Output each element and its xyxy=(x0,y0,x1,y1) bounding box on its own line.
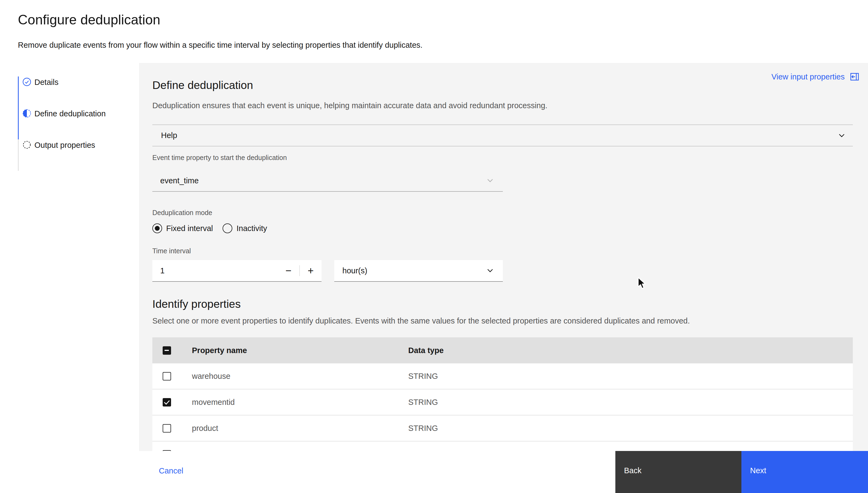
step-define-deduplication[interactable]: Define deduplication xyxy=(18,108,139,140)
page-title: Configure deduplication xyxy=(18,12,160,28)
column-header-data-type: Data type xyxy=(408,346,853,355)
row-checkbox[interactable] xyxy=(163,424,171,432)
cancel-button[interactable]: Cancel xyxy=(159,451,183,493)
event-time-label: Event time property to start the dedupli… xyxy=(152,154,853,162)
half-circle-icon xyxy=(22,109,31,118)
data-type-cell: STRING xyxy=(408,372,853,381)
view-input-properties-link[interactable]: View input properties xyxy=(772,72,859,82)
help-accordion[interactable]: Help xyxy=(152,125,853,146)
help-accordion-label: Help xyxy=(161,131,177,140)
time-unit-value: hour(s) xyxy=(342,266,367,275)
step-label: Define deduplication xyxy=(35,109,106,119)
radio-fixed-interval[interactable]: Fixed interval xyxy=(152,223,213,233)
wizard-footer: Cancel Back Next xyxy=(0,451,868,493)
event-time-dropdown[interactable]: event_time xyxy=(152,170,503,192)
open-panel-left-icon xyxy=(850,72,859,82)
step-output-properties[interactable]: Output properties xyxy=(18,140,139,171)
data-type-cell: STRING xyxy=(408,398,853,407)
table-row-partial xyxy=(152,442,853,451)
property-name-cell: product xyxy=(192,424,408,433)
event-time-value: event_time xyxy=(160,176,199,185)
deduplication-mode-label: Deduplication mode xyxy=(152,209,853,217)
property-name-cell: movementid xyxy=(192,398,408,407)
dashed-circle-icon xyxy=(22,141,31,149)
decrement-button[interactable]: − xyxy=(277,260,299,281)
section-title: Define deduplication xyxy=(152,79,853,91)
step-label: Details xyxy=(35,77,59,87)
table-row: warehouse STRING xyxy=(152,363,853,389)
row-checkbox[interactable] xyxy=(163,398,171,407)
radio-button-icon xyxy=(223,223,232,233)
time-interval-input[interactable]: 1 − + xyxy=(152,260,321,282)
time-interval-value[interactable]: 1 xyxy=(152,260,277,281)
page-header: Configure deduplication Remove duplicate… xyxy=(0,0,868,63)
configure-deduplication-page: Configure deduplication Remove duplicate… xyxy=(0,0,868,493)
identify-properties-title: Identify properties xyxy=(152,298,853,310)
property-name-cell: warehouse xyxy=(192,372,408,381)
deduplication-mode-group: Fixed interval Inactivity xyxy=(152,223,853,234)
table-row: movementid STRING xyxy=(152,389,853,415)
table-row: product STRING xyxy=(152,415,853,442)
identify-properties-description: Select one or more event properties to i… xyxy=(152,316,853,325)
progress-sidebar: Details Define deduplication Output prop… xyxy=(0,63,139,493)
chevron-down-icon xyxy=(487,267,494,274)
step-label: Output properties xyxy=(35,140,95,150)
data-type-cell: STRING xyxy=(408,424,853,433)
view-input-properties-label: View input properties xyxy=(772,72,845,81)
radio-inactivity[interactable]: Inactivity xyxy=(223,223,267,233)
page-subtitle: Remove duplicate events from your flow w… xyxy=(18,41,423,50)
radio-label: Inactivity xyxy=(237,224,267,233)
radio-label: Fixed interval xyxy=(166,224,213,233)
properties-table: Property name Data type warehouse STRING… xyxy=(152,337,853,451)
step-details[interactable]: Details xyxy=(18,77,139,108)
back-button[interactable]: Back xyxy=(615,451,741,493)
time-interval-row: 1 − + hour(s) xyxy=(152,260,853,282)
progress-steps: Details Define deduplication Output prop… xyxy=(18,77,139,171)
content-area: View input properties Define deduplicati… xyxy=(139,63,868,451)
next-button[interactable]: Next xyxy=(741,451,868,493)
table-header-row: Property name Data type xyxy=(152,337,853,363)
radio-button-icon xyxy=(152,223,162,233)
select-all-cell xyxy=(152,346,192,355)
increment-button[interactable]: + xyxy=(300,260,321,281)
checkmark-circle-icon xyxy=(22,78,31,86)
time-unit-dropdown[interactable]: hour(s) xyxy=(334,260,503,282)
chevron-down-icon xyxy=(838,132,845,139)
column-header-property-name: Property name xyxy=(192,346,408,355)
section-description: Deduplication ensures that each event is… xyxy=(152,101,853,110)
chevron-down-icon xyxy=(487,177,494,184)
select-all-checkbox[interactable] xyxy=(163,346,171,355)
row-checkbox[interactable] xyxy=(163,372,171,381)
time-interval-label: Time interval xyxy=(152,247,853,255)
